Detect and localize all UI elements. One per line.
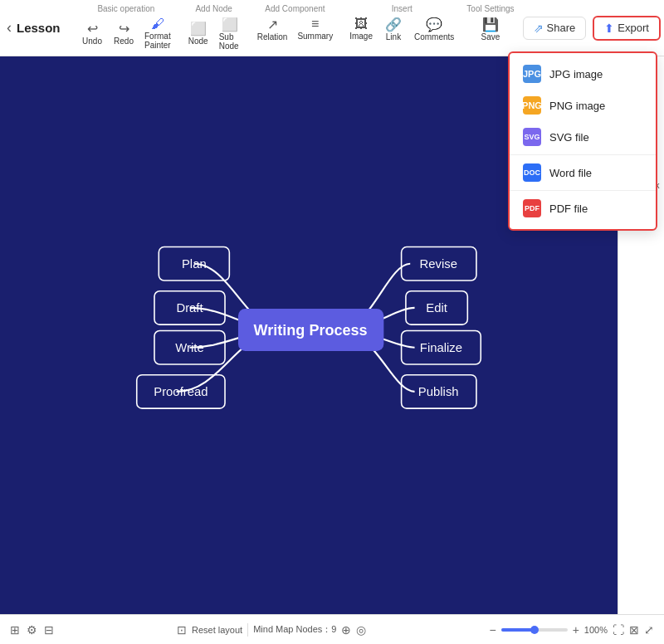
relation-button[interactable]: ↗ Relation — [253, 15, 292, 43]
link-icon: 🔗 — [385, 17, 402, 32]
bottom-bar: ⊞ ⚙ ⊟ ⊡ Reset layout Mind Map Nodes：9 ⊕ … — [0, 614, 664, 644]
node-icon: ⬜ — [190, 21, 207, 37]
zoom-slider[interactable] — [501, 628, 568, 632]
back-button[interactable]: ‹ — [7, 17, 12, 40]
layout-icon: ⊟ — [44, 623, 54, 637]
fit-icon[interactable]: ⊠ — [629, 623, 639, 637]
save-button[interactable]: 💾 Save — [476, 15, 505, 43]
sub-node-button[interactable]: ⬜ Sub Node — [215, 15, 245, 52]
group-insert: Insert 🖼 Image 🔗 Link 💬 Comments — [345, 4, 458, 43]
undo-icon: ↩ — [87, 21, 98, 37]
pdf-label: PDF file — [549, 202, 588, 215]
node-button[interactable]: ⬜ Node — [183, 19, 213, 47]
group-add-component: Add Component ↗ Relation ≡ Summary — [253, 4, 338, 43]
group-label-addnode: Add Node — [195, 4, 232, 13]
divider — [510, 154, 656, 155]
group-items-addcomp: ↗ Relation ≡ Summary — [253, 15, 338, 43]
node-info-label: Mind Map Nodes：9 — [253, 623, 336, 636]
image-label: Image — [349, 32, 373, 41]
summary-button[interactable]: ≡ Summary — [293, 15, 337, 42]
jpg-icon: JPG — [523, 65, 541, 83]
export-png[interactable]: PNG PNG image — [510, 90, 656, 121]
export-dropdown: JPG JPG image PNG PNG image SVG SVG file… — [508, 51, 657, 231]
zoom-out-icon[interactable]: − — [489, 623, 496, 637]
redo-icon: ↪ — [119, 21, 129, 37]
doc-icon: DOC — [523, 163, 541, 182]
undo-label: Undo — [82, 37, 102, 46]
format-painter-button[interactable]: 🖌 Format Painter — [140, 15, 175, 51]
export-button[interactable]: ⬆ Export — [593, 16, 661, 41]
layout-reset-icon: ⊡ — [177, 623, 187, 637]
save-label: Save — [481, 32, 500, 41]
export-word[interactable]: DOC Word file — [510, 157, 656, 188]
bottom-bar-right: − + 100% ⛶ ⊠ ⤢ — [489, 623, 654, 637]
sub-node-icon: ⬜ — [222, 17, 238, 32]
export-jpg[interactable]: JPG JPG image — [510, 58, 656, 90]
group-items-basic: ↩ Undo ↪ Redo 🖌 Format Painter — [77, 15, 175, 51]
word-label: Word file — [549, 167, 592, 179]
eye-icon: ◎ — [356, 623, 366, 637]
bottom-bar-left: ⊞ ⚙ ⊟ — [10, 623, 54, 637]
summary-icon: ≡ — [311, 17, 319, 32]
comments-button[interactable]: 💬 Comments — [410, 15, 458, 43]
node-revise[interactable]: Revise — [402, 247, 476, 281]
divider2 — [510, 190, 656, 191]
group-label-basic: Basic operation — [97, 4, 154, 13]
node-label: Node — [188, 37, 208, 46]
group-label-addcomp: Add Component — [265, 4, 325, 13]
relation-icon: ↗ — [267, 17, 278, 32]
toolbar: ‹ Lesson Basic operation ↩ Undo ↪ Redo 🖌… — [0, 0, 664, 56]
svg-text:Edit: Edit — [426, 301, 447, 315]
page-title: Lesson — [17, 21, 62, 35]
comments-label: Comments — [414, 32, 454, 41]
grid-icon: ⊞ — [10, 623, 20, 637]
node-write[interactable]: Write — [154, 331, 225, 364]
export-label: Export — [618, 22, 649, 34]
svg-label: SVG file — [549, 131, 589, 144]
group-items-addnode: ⬜ Node ⬜ Sub Node — [183, 15, 245, 52]
group-items-insert: 🖼 Image 🔗 Link 💬 Comments — [345, 15, 458, 43]
group-label-toolsettings: Tool Settings — [466, 4, 514, 13]
toolbar-groups: Basic operation ↩ Undo ↪ Redo 🖌 Format P… — [77, 4, 523, 52]
export-icon: ⬆ — [604, 22, 614, 35]
image-button[interactable]: 🖼 Image — [345, 15, 377, 42]
link-button[interactable]: 🔗 Link — [378, 15, 408, 43]
zoom-in-icon[interactable]: + — [573, 623, 579, 637]
summary-label: Summary — [297, 32, 333, 41]
svg-text:Revise: Revise — [420, 257, 457, 271]
pdf-icon: PDF — [523, 199, 541, 217]
export-pdf[interactable]: PDF PDF file — [510, 193, 656, 224]
node-edit[interactable]: Edit — [406, 291, 467, 324]
sub-node-label: Sub Node — [219, 32, 241, 51]
expand-icon[interactable]: ⤢ — [644, 623, 654, 637]
node-writing-process[interactable]: Writing Process — [238, 309, 383, 351]
fullscreen-icon[interactable]: ⛶ — [613, 623, 624, 637]
share-label: Share — [547, 22, 576, 34]
settings-icon: ⚙ — [27, 623, 37, 637]
svg-text:Write: Write — [175, 341, 203, 354]
bottom-bar-center: ⊡ Reset layout Mind Map Nodes：9 ⊕ ◎ — [64, 623, 479, 637]
save-icon: 💾 — [482, 17, 499, 32]
zoom-slider-fill — [501, 628, 535, 632]
node-proofread[interactable]: Proofread — [137, 375, 225, 408]
zoom-percent-label: 100% — [584, 625, 608, 635]
svg-text:Proofread: Proofread — [154, 385, 208, 398]
group-label-insert: Insert — [392, 4, 413, 13]
svg-text:Finalize: Finalize — [420, 341, 462, 354]
undo-button[interactable]: ↩ Undo — [77, 19, 107, 47]
export-svg[interactable]: SVG SVG file — [510, 121, 656, 153]
share-icon: ⇗ — [534, 22, 544, 35]
format-painter-label: Format Painter — [144, 32, 171, 50]
group-tool-settings: Tool Settings 💾 Save — [466, 4, 514, 43]
reset-layout-label: Reset layout — [192, 625, 242, 635]
node-draft[interactable]: Draft — [154, 291, 225, 324]
share-button[interactable]: ⇗ Share — [523, 17, 587, 40]
svg-text:Plan: Plan — [182, 257, 207, 271]
group-basic-operation: Basic operation ↩ Undo ↪ Redo 🖌 Format P… — [77, 4, 175, 51]
node-count-icon: ⊕ — [341, 623, 351, 637]
group-items-toolsettings: 💾 Save — [476, 15, 505, 43]
comments-icon: 💬 — [426, 17, 442, 32]
format-painter-icon: 🖌 — [151, 17, 164, 32]
redo-button[interactable]: ↪ Redo — [109, 19, 139, 47]
image-icon: 🖼 — [354, 17, 368, 32]
